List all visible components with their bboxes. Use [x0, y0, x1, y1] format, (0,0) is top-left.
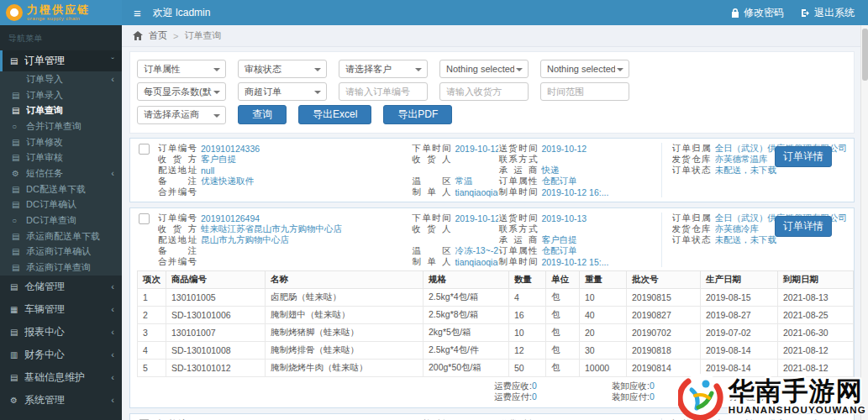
chevron-left-icon: ‹: [111, 281, 114, 291]
field-line: 温区冷冻-13~-23℃: [412, 245, 498, 256]
vertical-scrollbar[interactable]: [860, 25, 868, 420]
sidebar-item-DC订单确认[interactable]: ▤DC订单确认: [0, 197, 122, 213]
customer-select[interactable]: 请选择客户: [339, 60, 428, 78]
sidebar: 导航菜单 ▤订单管理ˇ订单导入‹▤订单录入▤订单查询○合并订单查询▤订单修改▤订…: [0, 25, 122, 420]
field-value[interactable]: 2019-10-12 16:...: [541, 187, 608, 197]
receiver-input[interactable]: 请输入收货方: [439, 82, 529, 101]
sidebar-item-短信任务[interactable]: ⚙短信任务‹: [0, 165, 122, 181]
field-value[interactable]: 201910126494: [201, 213, 260, 223]
field-value[interactable]: tianqiaoqiao@o..: [455, 187, 498, 197]
change-password-link[interactable]: 修改密码: [731, 6, 784, 20]
logout-link[interactable]: 退出系统: [801, 6, 855, 20]
sidebar-item-系统管理[interactable]: ⚙系统管理‹: [0, 389, 122, 412]
sidebar-item-承运商配送单下载[interactable]: ▤承运商配送单下载: [0, 228, 122, 244]
order-attribute-select[interactable]: 订单属性: [137, 60, 226, 78]
date-range-input[interactable]: 时间范围: [540, 82, 629, 101]
multiselect-2[interactable]: Nothing selected: [540, 60, 629, 78]
breadcrumb: 首页 > 订单查询: [122, 25, 868, 47]
field-value[interactable]: 优速快递取件: [201, 176, 254, 186]
order-attribute-select-value: 订单属性: [144, 63, 181, 76]
field-value[interactable]: 仓配订单: [541, 176, 576, 186]
field-value[interactable]: 常温: [455, 176, 472, 186]
order-type-select[interactable]: 商超订单: [238, 82, 327, 101]
sidebar-item-承运商订单确认[interactable]: ▤承运商订单确认: [0, 244, 122, 260]
order-checkbox[interactable]: [139, 213, 150, 224]
field-label: 订单状态: [672, 165, 711, 176]
page-size-select[interactable]: 每页显示条数(默认10: [137, 82, 226, 101]
filter-row-3: 请选择承运商查询导出Excel导出PDF: [137, 105, 847, 124]
order-detail-button[interactable]: 订单详情: [775, 216, 832, 237]
chevron-left-icon: ‹: [111, 304, 114, 314]
export-excel-button[interactable]: 导出Excel: [298, 105, 371, 124]
search-button[interactable]: 查询: [238, 105, 287, 124]
field-value[interactable]: 2019-10-12 15:...: [541, 257, 608, 267]
table-cell: 2: [138, 307, 166, 324]
sidebar-item-DC配送单下载[interactable]: ▤DC配送单下载: [0, 181, 122, 197]
filter-row-1: 订单属性审核状态请选择客户Nothing selectedNothing sel…: [137, 60, 847, 78]
order-checkbox[interactable]: [139, 144, 150, 155]
file-text-icon: ▤: [12, 91, 26, 100]
field-value[interactable]: 蛙来哒江苏省昆山市九方购物中心店: [201, 223, 342, 234]
sidebar-item-承运商订单查询[interactable]: ▤承运商订单查询: [0, 260, 122, 276]
hamburger-menu-icon[interactable]: ≡: [122, 6, 153, 20]
field-value[interactable]: null: [201, 165, 214, 176]
field-value[interactable]: tianqiaoqiao@o..: [455, 257, 498, 267]
order-type-select-value: 商超订单: [245, 86, 281, 98]
table-cell: 包: [546, 342, 580, 360]
field-value[interactable]: 2019-10-12: [455, 213, 498, 223]
table-cell: 2.5kg*4包/件: [423, 342, 509, 360]
sidebar-item-报表中心[interactable]: ▤报表中心‹: [0, 321, 122, 344]
table-cell: 130101007: [166, 324, 266, 342]
sidebar-item-合并订单查询[interactable]: ○合并订单查询: [0, 118, 122, 134]
field-value[interactable]: 仓配订单: [541, 245, 576, 256]
sidebar-item-订单审核[interactable]: ▤订单审核: [0, 150, 122, 165]
field-value[interactable]: 昆山市九方购物中心店: [201, 234, 289, 245]
order-card-column: 下单时间2019-10-12收货人温区常温制单人tianqiaoqiao@o..: [412, 143, 498, 197]
field-line: 合并编号: [158, 256, 412, 267]
field-line: 收货人: [412, 154, 498, 165]
table-cell: 20190818: [627, 342, 701, 360]
multiselect-1[interactable]: Nothing selected: [439, 60, 529, 78]
field-line: 订单编号201910126494: [158, 213, 412, 223]
carrier-select[interactable]: 请选择承运商: [137, 106, 226, 124]
chevron-left-icon: ‹: [111, 395, 114, 405]
field-value[interactable]: 未配送，未下载: [715, 165, 777, 176]
sidebar-item-车辆管理[interactable]: ▦车辆管理‹: [0, 298, 122, 321]
filter-panel: 订单属性审核状态请选择客户Nothing selectedNothing sel…: [129, 51, 855, 134]
export-pdf-button[interactable]: 导出PDF: [383, 105, 452, 124]
sidebar-item-订单录入[interactable]: ▤订单录入: [0, 87, 122, 103]
sidebar-item-label: 订单录入: [26, 89, 114, 102]
field-value[interactable]: 客户自提: [201, 154, 236, 165]
field-label: 订单属性: [498, 176, 537, 186]
sidebar-item-财务中心[interactable]: ▥财务中心‹: [0, 344, 122, 366]
field-value[interactable]: 201910124336: [201, 144, 260, 154]
sidebar-item-DC订单查询[interactable]: ○DC订单查询: [0, 213, 122, 228]
sidebar-item-订单修改[interactable]: ▤订单修改: [0, 134, 122, 150]
order-no-input[interactable]: 请输入订单编号: [339, 82, 428, 101]
order-card-column: 下单时间2019-10-12收货人温区冷冻-13~-23℃制单人tianqiao…: [412, 213, 498, 267]
file-text-icon: ▤: [12, 185, 26, 194]
sidebar-item-label: 财务中心: [24, 348, 111, 362]
sidebar-item-订单管理[interactable]: ▤订单管理ˇ: [0, 50, 122, 71]
table-cell: 包: [546, 360, 580, 377]
breadcrumb-home[interactable]: 首页: [149, 29, 167, 42]
field-line: 订单属性仓配订单: [498, 176, 660, 186]
field-value[interactable]: 未配送，未下载: [715, 234, 777, 245]
field-value[interactable]: 亦芙德常温库: [715, 154, 768, 165]
field-value[interactable]: 2019-10-12: [455, 144, 498, 154]
order-detail-button[interactable]: 订单详情: [775, 146, 832, 167]
scrollbar-thumb[interactable]: [862, 29, 868, 81]
sidebar-item-订单导入[interactable]: 订单导入‹: [0, 71, 122, 87]
sidebar-item-基础信息维护[interactable]: ▤基础信息维护‹: [0, 366, 122, 389]
field-value[interactable]: 2019-10-13: [541, 213, 587, 223]
table-cell: 12: [509, 342, 546, 360]
audit-status-select[interactable]: 审核状态: [238, 60, 327, 78]
field-value[interactable]: 客户自提: [541, 234, 576, 245]
field-value[interactable]: 亦芙德冷库: [715, 223, 760, 234]
field-label: 订单状态: [672, 234, 711, 245]
field-value[interactable]: 冷冻-13~-23℃: [455, 245, 498, 256]
sidebar-item-订单查询[interactable]: ▤订单查询: [0, 102, 122, 118]
sidebar-item-仓储管理[interactable]: ▤仓储管理‹: [0, 276, 122, 298]
field-value[interactable]: 快递: [541, 165, 559, 176]
field-value[interactable]: 2019-10-12: [541, 144, 587, 154]
